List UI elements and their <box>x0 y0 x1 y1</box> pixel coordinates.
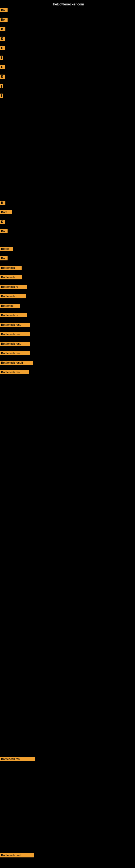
label-badge-6: E <box>0 65 5 69</box>
label-badge-9: | <box>0 94 3 98</box>
label-badge-16: Bottleneck <box>0 266 21 270</box>
label-badge-5: | <box>0 56 3 60</box>
label-badge-0: Bo <box>0 8 8 12</box>
label-badge-7: E <box>0 74 5 79</box>
label-badge-18: Bottleneck re <box>0 285 27 289</box>
label-badge-1: Bo <box>0 18 8 22</box>
label-badge-26: Bottleneck result <box>0 361 33 365</box>
label-badge-28: Bottleneck res <box>0 757 35 761</box>
label-badge-27: Bottleneck res <box>0 370 29 374</box>
label-badge-23: Bottleneck resu <box>0 332 30 336</box>
label-badge-13: Bo <box>0 229 8 233</box>
label-badge-17: Bottleneck <box>0 275 22 279</box>
label-badge-2: B <box>0 27 5 31</box>
label-badge-24: Bottleneck resu <box>0 342 30 346</box>
label-badge-11: Bottl <box>0 210 12 214</box>
label-badge-12: E <box>0 220 5 224</box>
label-badge-20: Bottlenec <box>0 304 20 308</box>
label-badge-29: Bottleneck rest <box>0 854 34 858</box>
site-title: TheBottlenecker.com <box>51 2 84 6</box>
label-badge-8: | <box>0 84 3 88</box>
label-badge-19: Bottleneck r <box>0 294 26 299</box>
label-badge-10: B <box>0 201 5 205</box>
label-badge-15: Bo <box>0 256 8 260</box>
label-badge-14: Bottle <box>0 247 13 251</box>
label-badge-4: E <box>0 46 5 50</box>
label-badge-22: Bottleneck resu <box>0 323 30 327</box>
label-badge-21: Bottleneck re <box>0 313 27 317</box>
label-badge-25: Bottleneck resu <box>0 351 30 355</box>
label-badge-3: E <box>0 37 5 41</box>
